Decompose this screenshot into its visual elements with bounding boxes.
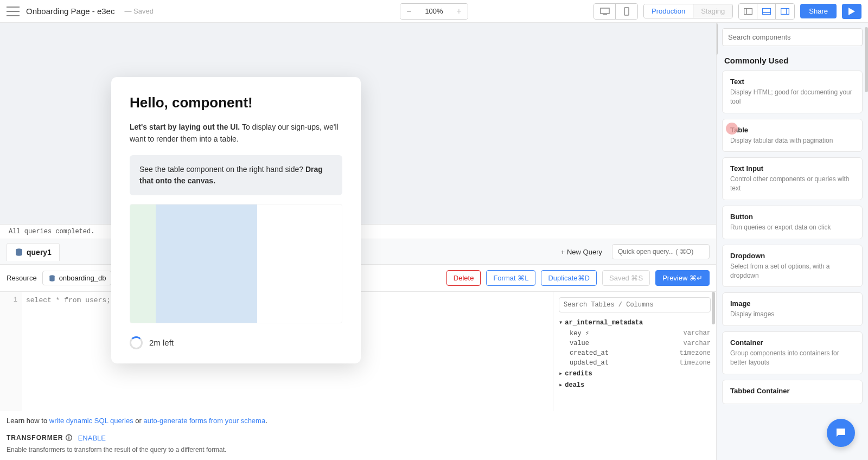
component-title: Container — [730, 338, 854, 347]
panel-left-icon[interactable] — [739, 4, 757, 19]
highlight-dot — [726, 123, 738, 135]
component-title: Image — [730, 299, 854, 308]
saved-badge: — Saved — [124, 7, 153, 15]
component-title: Dropdown — [730, 252, 854, 260]
schema-column[interactable]: updated_attimezone — [559, 358, 711, 368]
components-section-label: Commonly Used — [717, 52, 868, 71]
component-desc: Group components into containers for bet… — [730, 349, 854, 367]
spinner-icon — [130, 336, 143, 349]
share-button[interactable]: Share — [800, 4, 837, 18]
schema-table-ar_internal_metadata[interactable]: ▾ar_internal_metadata — [559, 317, 711, 328]
transformer-desc: Enable transformers to transform the res… — [0, 444, 716, 460]
editor-gutter: 1 — [0, 292, 22, 411]
database-icon — [15, 248, 23, 257]
zoom-in-button[interactable]: + — [450, 4, 468, 19]
new-query-button[interactable]: +New Query — [555, 245, 608, 259]
component-card-text[interactable]: TextDisplay HTML; good for documenting y… — [722, 71, 863, 113]
delete-button[interactable]: Delete — [446, 270, 481, 286]
svg-rect-7 — [781, 8, 789, 14]
component-desc: Select from a set of options, with a dro… — [730, 262, 854, 280]
component-desc: Display tabular data with pagination — [730, 136, 854, 145]
component-title: Table — [730, 126, 854, 134]
chat-icon — [834, 426, 847, 439]
app-header: Onboarding Page - e3ec — Saved − 100% + … — [0, 0, 868, 23]
components-panel: Commonly Used TextDisplay HTML; good for… — [716, 23, 868, 460]
panel-bottom-icon[interactable] — [757, 4, 776, 19]
component-desc: Display HTML; good for documenting your … — [730, 88, 854, 106]
time-left: 2m left — [149, 338, 174, 347]
learn-link-sql[interactable]: write dynamic SQL queries — [49, 417, 133, 425]
query-tab-active[interactable]: query1 — [7, 243, 60, 261]
menu-icon[interactable] — [7, 7, 20, 16]
modal-intro: Let's start by laying out the UI. To dis… — [130, 121, 342, 145]
learn-link-forms[interactable]: auto-generate forms from your schema — [143, 417, 265, 425]
component-card-table[interactable]: TableDisplay tabular data with paginatio… — [722, 119, 863, 152]
component-card-image[interactable]: ImageDisplay images — [722, 292, 863, 326]
environment-toggle: Production Staging — [643, 4, 733, 18]
component-card-dropdown[interactable]: DropdownSelect from a set of options, wi… — [722, 245, 863, 288]
component-title: Text — [730, 78, 854, 86]
modal-title: Hello, component! — [130, 94, 342, 111]
component-title: Tabbed Container — [730, 387, 854, 395]
panel-layout-toggle — [738, 3, 795, 20]
svg-rect-0 — [601, 8, 609, 14]
schema-column[interactable]: valuevarchar — [559, 338, 711, 348]
component-desc: Display images — [730, 310, 854, 319]
component-card-text-input[interactable]: Text InputControl other components or qu… — [722, 157, 863, 200]
zoom-out-button[interactable]: − — [400, 4, 418, 19]
schema-search-input[interactable] — [559, 297, 711, 312]
transformer-enable-button[interactable]: ENABLE — [78, 434, 106, 442]
component-desc: Control other components or queries with… — [730, 175, 854, 193]
database-icon — [48, 274, 56, 282]
onboarding-modal: Hello, component! Let's start by laying … — [111, 77, 361, 363]
svg-rect-3 — [744, 8, 752, 14]
mobile-icon[interactable] — [616, 4, 637, 19]
zoom-control: − 100% + — [400, 3, 468, 20]
play-button[interactable] — [842, 4, 861, 19]
schema-table-credits[interactable]: ▸credits — [559, 368, 711, 379]
search-components-input[interactable] — [722, 28, 863, 46]
device-toggle — [593, 3, 638, 20]
svg-rect-5 — [762, 8, 770, 14]
svg-rect-2 — [624, 8, 629, 15]
schema-table-deals[interactable]: ▸deals — [559, 379, 711, 391]
zoom-value: 100% — [418, 7, 450, 15]
scrollbar[interactable] — [716, 23, 718, 55]
env-staging-button[interactable]: Staging — [693, 4, 732, 18]
help-icon[interactable]: ⓘ — [66, 434, 73, 442]
chat-button[interactable] — [827, 419, 855, 447]
schema-browser: ▾ar_internal_metadatakey ⚡varcharvalueva… — [553, 292, 716, 411]
modal-preview-image — [130, 204, 342, 323]
learn-row: Learn how to write dynamic SQL queries o… — [0, 411, 716, 430]
env-production-button[interactable]: Production — [644, 4, 693, 18]
resource-label: Resource — [7, 274, 37, 282]
component-title: Text Input — [730, 164, 854, 173]
modal-hint: See the table component on the right han… — [130, 155, 342, 195]
quick-open-input[interactable] — [612, 244, 710, 259]
schema-column[interactable]: key ⚡varchar — [559, 328, 711, 338]
panel-right-icon[interactable] — [776, 4, 794, 19]
component-card-tabbed-container[interactable]: Tabbed Container — [722, 380, 863, 404]
component-card-button[interactable]: ButtonRun queries or export data on clic… — [722, 206, 863, 239]
page-title: Onboarding Page - e3ec — [26, 7, 114, 16]
plus-icon: + — [560, 248, 565, 256]
preview-button[interactable]: Preview ⌘↵ — [655, 270, 710, 286]
component-title: Button — [730, 213, 854, 221]
canvas[interactable]: Hello, component! Let's start by laying … — [0, 23, 716, 224]
resource-select[interactable]: onboarding_db — [42, 271, 112, 285]
transformer-label: TRANSFORMER ⓘ — [7, 433, 73, 443]
chevron-down-icon: ▾ — [559, 318, 563, 327]
schema-column[interactable]: created_attimezone — [559, 348, 711, 358]
duplicate-button[interactable]: Duplicate⌘D — [541, 270, 597, 286]
saved-button[interactable]: Saved ⌘S — [602, 270, 650, 286]
component-desc: Run queries or export data on click — [730, 223, 854, 232]
desktop-icon[interactable] — [594, 4, 616, 19]
component-card-container[interactable]: ContainerGroup components into container… — [722, 331, 863, 374]
canvas-area: Hello, component! Let's start by laying … — [0, 23, 716, 460]
scrollbar[interactable] — [712, 292, 715, 324]
chevron-right-icon: ▸ — [559, 369, 563, 378]
format-button[interactable]: Format ⌘L — [486, 270, 535, 286]
chevron-right-icon: ▸ — [559, 381, 563, 389]
scrollbar[interactable] — [865, 27, 868, 92]
